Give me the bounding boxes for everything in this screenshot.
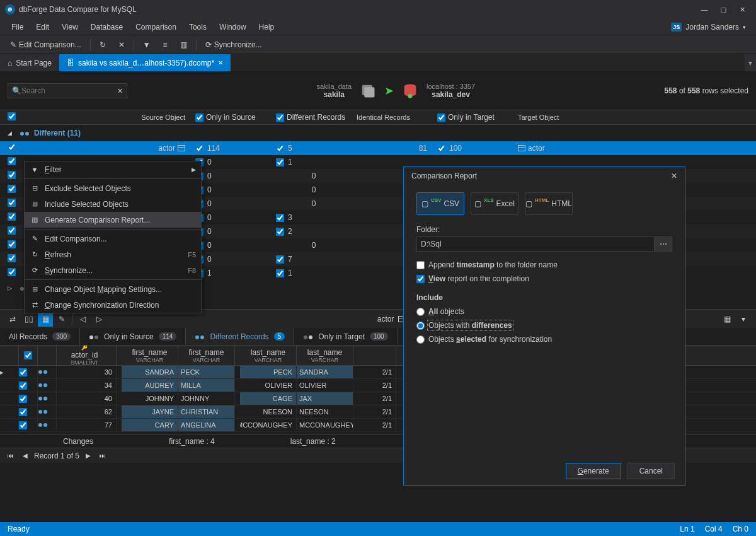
- prev-diff-icon[interactable]: ◁: [75, 312, 90, 327]
- search-box[interactable]: 🔍 ✕: [8, 83, 127, 98]
- radio[interactable]: [416, 335, 425, 344]
- nav-last-icon[interactable]: ⏭: [97, 451, 108, 460]
- cm-edit-comparison[interactable]: ✎ Edit Comparison...: [25, 231, 201, 247]
- menu-file[interactable]: File: [5, 20, 30, 34]
- row-checkbox[interactable]: [8, 268, 16, 276]
- browse-button[interactable]: ⋯: [655, 236, 672, 252]
- col-only-source[interactable]: Only in Source: [190, 113, 271, 122]
- col-first-name-tgt[interactable]: first_nameVARCHAR: [178, 346, 235, 365]
- row-checkbox[interactable]: [8, 226, 16, 235]
- col-only-target-checkbox[interactable]: [437, 114, 445, 122]
- cancel-compare-button[interactable]: ✕: [113, 38, 130, 52]
- row-checkbox[interactable]: [8, 143, 16, 151]
- select-all-checkbox[interactable]: [8, 112, 16, 120]
- nav-prev-icon[interactable]: ◀: [20, 451, 30, 460]
- include-selected-radio[interactable]: Objects selected for synchronization: [416, 335, 672, 344]
- tab-only-source[interactable]: Only in Source114: [80, 328, 186, 345]
- tab-overflow-button[interactable]: ▾: [745, 54, 756, 71]
- row-checkbox[interactable]: [19, 395, 27, 403]
- menu-database[interactable]: Database: [84, 20, 129, 34]
- cell-checkbox[interactable]: [276, 158, 284, 166]
- menu-help[interactable]: Help: [253, 20, 281, 34]
- tab-only-target[interactable]: Only in Target100: [294, 328, 398, 345]
- swap-icon[interactable]: ⇄: [5, 312, 20, 327]
- append-timestamp-checkbox[interactable]: Append timestamp to the folder name: [416, 260, 672, 269]
- row-checkbox[interactable]: [8, 199, 16, 207]
- cm-exclude[interactable]: ⊟ Exclude Selected Objects: [25, 180, 201, 196]
- tab-start-page[interactable]: ⌂ Start Page: [0, 54, 59, 71]
- collapse-icon[interactable]: ◢: [8, 130, 15, 136]
- tab-different-records[interactable]: Different Records5: [186, 328, 294, 345]
- include-differences-radio[interactable]: Objects with differences: [416, 321, 672, 330]
- folder-input[interactable]: [416, 236, 655, 252]
- include-all-radio[interactable]: All objects: [416, 307, 672, 316]
- menu-view[interactable]: View: [55, 20, 84, 34]
- row-checkbox[interactable]: [19, 408, 27, 416]
- report-button[interactable]: ▥: [175, 38, 192, 52]
- tab-comparison-doc[interactable]: 🗄 sakila vs sakila_d…alhost-3357).dcomp*…: [59, 54, 231, 71]
- menu-window[interactable]: Window: [213, 20, 253, 34]
- tab-all-records[interactable]: All Records300: [0, 328, 80, 345]
- refresh-button[interactable]: ↻: [94, 38, 111, 52]
- menu-tools[interactable]: Tools: [183, 20, 213, 34]
- columns-icon[interactable]: ▯▯: [21, 312, 37, 327]
- minimize-button[interactable]: —: [696, 3, 713, 16]
- generate-button[interactable]: Generate: [566, 463, 621, 479]
- cell-checkbox[interactable]: [276, 228, 284, 236]
- col-first-name-src[interactable]: first_nameVARCHAR: [122, 346, 178, 365]
- col-target-object[interactable]: Target Object: [513, 114, 564, 121]
- cell-checkbox[interactable]: [276, 269, 284, 277]
- sort-button[interactable]: ≡: [158, 38, 173, 52]
- search-input[interactable]: [21, 86, 117, 95]
- row-checkbox[interactable]: [8, 157, 16, 165]
- format-excel-button[interactable]: ▢XLSExcel: [471, 192, 518, 215]
- cell-checkbox[interactable]: [195, 144, 203, 153]
- filter-button[interactable]: ▼: [138, 38, 156, 52]
- tab-close-icon[interactable]: ✕: [218, 59, 223, 66]
- menu-edit[interactable]: Edit: [30, 20, 55, 34]
- checkbox[interactable]: [416, 275, 425, 283]
- dialog-close-icon[interactable]: ✕: [671, 172, 677, 180]
- maximize-button[interactable]: ▢: [714, 3, 732, 16]
- grid-select-all[interactable]: [24, 351, 32, 359]
- cm-direction[interactable]: ⇄ Change Synchronization Direction: [25, 297, 201, 313]
- col-last-name-tgt[interactable]: last_nameVARCHAR: [297, 346, 353, 365]
- menu-comparison[interactable]: Comparison: [129, 20, 183, 34]
- nav-first-icon[interactable]: ⏮: [5, 451, 16, 460]
- row-checkbox[interactable]: [8, 185, 16, 193]
- user-menu[interactable]: JS Jordan Sanders ▾: [671, 23, 751, 32]
- col-last-update[interactable]: [358, 346, 396, 365]
- radio[interactable]: [416, 322, 425, 330]
- row-checkbox[interactable]: [19, 368, 27, 376]
- row-checkbox[interactable]: [19, 382, 27, 390]
- radio[interactable]: [416, 308, 425, 316]
- checkbox[interactable]: [416, 261, 425, 269]
- col-actor-id[interactable]: 🔑actor_idSMALLINT: [57, 346, 117, 365]
- cm-mapping[interactable]: ⊞ Change Object Mapping Settings...: [25, 281, 201, 297]
- synchronize-button[interactable]: ⟳ Synchronize...: [200, 38, 267, 52]
- dropdown-icon[interactable]: ▾: [736, 312, 751, 327]
- col-different-checkbox[interactable]: [276, 114, 284, 122]
- col-identical[interactable]: Identical Records: [352, 114, 432, 121]
- cm-synchronize[interactable]: ⟳ Synchronize... F8: [25, 262, 201, 278]
- col-only-target[interactable]: Only in Target: [432, 113, 513, 122]
- cm-filter[interactable]: ▼ Filter ▶: [25, 161, 201, 177]
- grid-options-icon[interactable]: ▦: [719, 312, 735, 327]
- next-diff-icon[interactable]: ▷: [91, 312, 106, 327]
- cell-checkbox[interactable]: [276, 144, 284, 153]
- format-html-button[interactable]: ▢HTMLHTML: [525, 192, 573, 215]
- edit-icon[interactable]: ✎: [54, 312, 69, 327]
- col-source-object[interactable]: Source Object: [20, 114, 190, 121]
- expand-icon[interactable]: ▷: [8, 285, 15, 291]
- group-different[interactable]: ◢ Different (11): [0, 125, 756, 141]
- nav-next-icon[interactable]: ▶: [83, 451, 93, 460]
- row-checkbox[interactable]: [19, 421, 27, 429]
- col-only-source-checkbox[interactable]: [195, 114, 203, 122]
- col-last-name-src[interactable]: last_nameVARCHAR: [240, 346, 297, 365]
- col-different[interactable]: Different Records: [271, 113, 352, 122]
- row-checkbox[interactable]: [8, 254, 16, 262]
- cm-refresh[interactable]: ↻ Refresh F5: [25, 247, 201, 262]
- cell-checkbox[interactable]: [437, 144, 445, 153]
- clear-search-icon[interactable]: ✕: [117, 87, 123, 95]
- edit-comparison-button[interactable]: ✎ Edit Comparison...: [5, 38, 86, 52]
